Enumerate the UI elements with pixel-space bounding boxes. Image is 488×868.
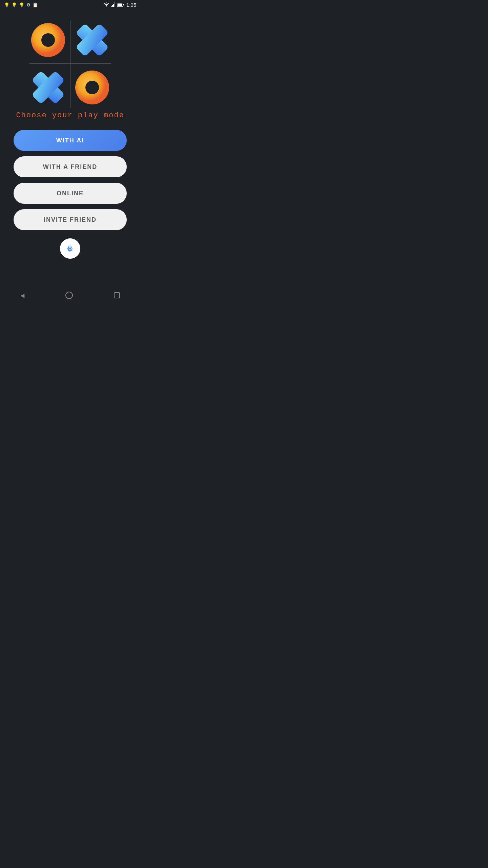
symbol-o-inner-bottom-right — [85, 81, 99, 94]
nav-recent-button[interactable] — [114, 292, 120, 298]
gear-icon — [65, 244, 75, 253]
battery-icon — [117, 3, 124, 7]
lightbulb-icon-3: 💡 — [19, 2, 24, 7]
invite-friend-button[interactable]: INVITE FRIEND — [14, 209, 127, 230]
lightbulb-icon-2: 💡 — [12, 2, 17, 7]
status-icons-left: 💡 💡 💡 ⚙ 📋 — [4, 2, 38, 7]
svg-rect-6 — [123, 4, 124, 5]
symbol-o-inner-top-left — [41, 33, 55, 47]
status-bar: 💡 💡 💡 ⚙ 📋 1:05 — [0, 0, 140, 9]
svg-rect-3 — [114, 2, 115, 7]
svg-rect-2 — [113, 4, 114, 7]
symbol-x-top-right — [76, 23, 109, 57]
svg-rect-0 — [111, 6, 112, 7]
svg-rect-5 — [117, 4, 122, 6]
wifi-icon — [103, 2, 109, 7]
lightbulb-icon-1: 💡 — [4, 2, 9, 7]
svg-point-13 — [69, 248, 71, 250]
svg-rect-1 — [112, 5, 113, 7]
online-button[interactable]: ONLINE — [14, 183, 127, 204]
status-time: 1:05 — [126, 2, 136, 8]
choose-mode-text: Choose your play mode — [9, 111, 131, 120]
symbol-x-bottom-left — [32, 71, 65, 104]
game-grid-svg — [26, 16, 114, 111]
buttons-container: WITH AI WITH A FRIEND ONLINE INVITE FRIE… — [0, 130, 140, 230]
signal-icon — [111, 2, 116, 7]
with-friend-button[interactable]: WITH A FRIEND — [14, 156, 127, 177]
nav-home-button[interactable] — [65, 292, 73, 299]
settings-dots-icon: ⚙ — [26, 2, 30, 7]
game-board — [26, 16, 114, 111]
with-ai-button[interactable]: WITH AI — [14, 130, 127, 151]
status-icons-right: 1:05 — [103, 2, 136, 8]
nav-back-button[interactable]: ◀ — [20, 292, 24, 299]
settings-button[interactable] — [60, 238, 80, 259]
clipboard-icon: 📋 — [33, 2, 38, 7]
navigation-bar: ◀ — [0, 287, 140, 304]
